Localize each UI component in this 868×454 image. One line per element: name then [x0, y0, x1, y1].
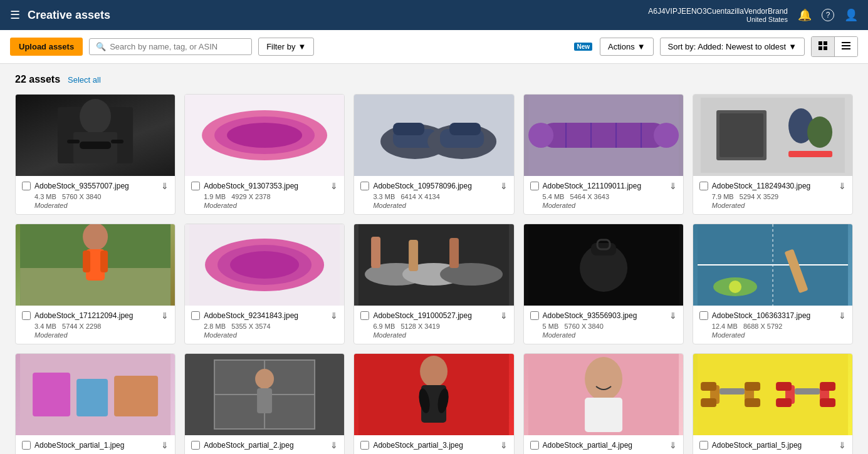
download-icon[interactable]: ⇓	[161, 311, 169, 321]
actions-chevron-icon: ▼	[637, 42, 646, 51]
asset-checkbox[interactable]	[360, 311, 369, 320]
asset-checkbox[interactable]	[22, 311, 31, 320]
asset-thumbnail[interactable]	[354, 95, 513, 176]
asset-checkbox[interactable]	[699, 182, 708, 190]
filter-chevron-icon: ▼	[298, 42, 306, 51]
asset-thumbnail[interactable]	[693, 95, 852, 176]
list-view-button[interactable]	[835, 37, 857, 56]
download-icon[interactable]: ⇓	[669, 311, 677, 321]
filter-button[interactable]: Filter by ▼	[258, 38, 314, 56]
asset-checkbox[interactable]	[360, 441, 369, 450]
upload-assets-button[interactable]: Upload assets	[10, 38, 83, 56]
svg-rect-0	[818, 41, 822, 45]
asset-status: Moderated	[191, 331, 338, 339]
sort-label: Sort by: Added: Newest to oldest	[668, 42, 787, 51]
svg-point-45	[230, 251, 299, 279]
asset-checkbox[interactable]	[699, 311, 708, 320]
asset-filename: AdobeStock_106363317.jpeg	[712, 311, 835, 320]
svg-rect-94	[820, 382, 835, 391]
asset-card: AdobeStock_partial_5.jpeg ⇓	[693, 353, 853, 454]
asset-card: AdobeStock_118249430.jpeg ⇓ 7.9 MB 5294 …	[693, 94, 853, 215]
asset-thumbnail[interactable]	[16, 224, 175, 306]
svg-rect-4	[842, 42, 850, 43]
asset-checkbox[interactable]	[530, 182, 539, 190]
asset-name-row: AdobeStock_partial_1.jpeg ⇓	[22, 440, 169, 450]
asset-checkbox[interactable]	[22, 182, 31, 190]
asset-thumbnail[interactable]	[185, 95, 344, 176]
grid-view-button[interactable]	[812, 37, 835, 56]
asset-thumbnail[interactable]	[16, 354, 175, 435]
asset-status: Moderated	[699, 202, 846, 209]
page-title: Creative assets	[28, 9, 648, 22]
asset-meta: 1.9 MB 4929 X 2378	[191, 193, 338, 200]
svg-point-8	[80, 99, 111, 134]
asset-status: Moderated	[191, 202, 338, 209]
download-icon[interactable]: ⇓	[669, 181, 677, 191]
asset-thumbnail[interactable]	[524, 354, 683, 435]
asset-status: Moderated	[699, 331, 846, 339]
asset-thumbnail[interactable]	[693, 224, 852, 306]
asset-info: AdobeStock_93556903.jpeg ⇓ 5 MB 5760 X 3…	[524, 306, 683, 344]
asset-info: AdobeStock_92341843.jpeg ⇓ 2.8 MB 5355 X…	[185, 306, 344, 344]
asset-card: AdobeStock_partial_3.jpeg ⇓	[353, 353, 514, 454]
actions-label: Actions	[608, 42, 635, 51]
asset-checkbox[interactable]	[699, 441, 708, 450]
download-icon[interactable]: ⇓	[330, 311, 338, 321]
asset-info: AdobeStock_121109011.jpeg ⇓ 5.4 MB 5464 …	[524, 176, 683, 214]
asset-card: AdobeStock_171212094.jpeg ⇓ 3.4 MB 5744 …	[15, 224, 175, 344]
help-icon[interactable]: ?	[822, 9, 834, 21]
download-icon[interactable]: ⇓	[500, 311, 508, 321]
download-icon[interactable]: ⇓	[839, 181, 846, 191]
actions-button[interactable]: Actions ▼	[600, 38, 654, 56]
download-icon[interactable]: ⇓	[669, 440, 677, 450]
asset-filename: AdobeStock_partial_2.jpeg	[204, 441, 327, 450]
asset-checkbox[interactable]	[191, 182, 200, 190]
asset-checkbox[interactable]	[191, 311, 200, 320]
download-icon[interactable]: ⇓	[500, 181, 508, 191]
asset-thumbnail[interactable]	[524, 224, 683, 306]
asset-filename: AdobeStock_109578096.jpeg	[373, 182, 496, 190]
sort-button[interactable]: Sort by: Added: Newest to oldest ▼	[660, 38, 805, 56]
asset-checkbox[interactable]	[22, 441, 31, 450]
asset-checkbox[interactable]	[360, 182, 369, 190]
asset-checkbox[interactable]	[530, 311, 539, 320]
download-icon[interactable]: ⇓	[839, 440, 846, 450]
asset-name-row: AdobeStock_109578096.jpeg ⇓	[360, 181, 507, 191]
asset-thumbnail[interactable]	[185, 354, 344, 435]
asset-meta: 5.4 MB 5464 X 3643	[530, 193, 677, 200]
asset-meta: 7.9 MB 5294 X 3529	[699, 193, 846, 200]
svg-rect-85	[719, 388, 745, 395]
asset-thumbnail[interactable]	[16, 95, 175, 176]
asset-card: AdobeStock_121109011.jpeg ⇓ 5.4 MB 5464 …	[523, 94, 684, 215]
asset-info: AdobeStock_191000527.jpeg ⇓ 6.9 MB 5128 …	[354, 306, 513, 344]
svg-rect-35	[788, 151, 832, 157]
asset-thumbnail[interactable]	[185, 224, 344, 306]
svg-rect-83	[701, 382, 716, 391]
download-icon[interactable]: ⇓	[330, 440, 338, 450]
download-icon[interactable]: ⇓	[330, 181, 338, 191]
bell-icon[interactable]: 🔔	[798, 8, 812, 22]
asset-name-row: AdobeStock_121109011.jpeg ⇓	[530, 181, 677, 191]
search-icon: 🔍	[96, 42, 106, 51]
asset-thumbnail[interactable]	[693, 354, 852, 435]
asset-name-row: AdobeStock_partial_4.jpeg ⇓	[530, 440, 677, 450]
asset-meta: 12.4 MB 8688 X 5792	[699, 322, 846, 330]
download-icon[interactable]: ⇓	[161, 440, 169, 450]
download-icon[interactable]: ⇓	[839, 311, 846, 321]
download-icon[interactable]: ⇓	[500, 440, 508, 450]
select-all-link[interactable]: Select all	[68, 75, 101, 85]
asset-checkbox[interactable]	[530, 441, 539, 450]
user-icon[interactable]: 👤	[844, 8, 858, 22]
asset-thumbnail[interactable]	[354, 354, 513, 435]
asset-thumbnail[interactable]	[354, 224, 513, 306]
search-input[interactable]	[110, 42, 245, 51]
asset-thumbnail[interactable]	[524, 95, 683, 176]
menu-icon[interactable]: ☰	[10, 8, 20, 22]
new-badge: New	[574, 43, 592, 51]
svg-point-34	[807, 116, 832, 148]
download-icon[interactable]: ⇓	[161, 181, 169, 191]
svg-rect-10	[80, 142, 111, 149]
asset-meta: 3.3 MB 6414 X 4134	[360, 193, 507, 200]
svg-rect-41	[100, 250, 108, 272]
asset-checkbox[interactable]	[191, 441, 200, 450]
